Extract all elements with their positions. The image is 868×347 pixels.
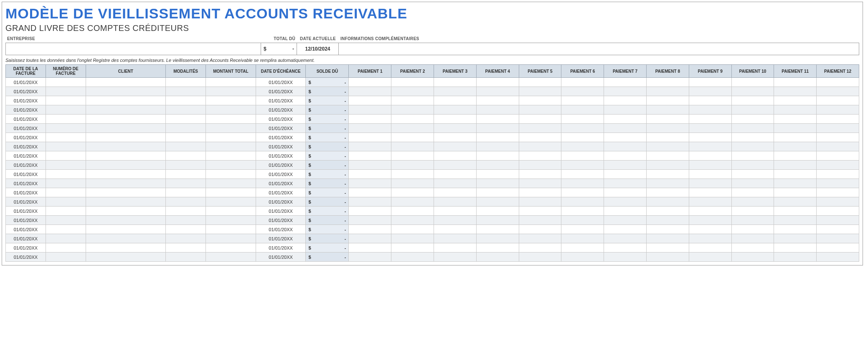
cell-client[interactable] [86, 253, 166, 262]
cell-paiement-7[interactable] [604, 197, 647, 207]
informations-input[interactable] [339, 43, 859, 55]
cell-paiement-11[interactable] [774, 207, 817, 216]
cell-paiement-9[interactable] [689, 105, 731, 115]
cell-client[interactable] [86, 142, 166, 151]
cell-paiement-12[interactable] [817, 243, 859, 253]
cell-modalites[interactable] [166, 179, 206, 188]
cell-paiement-9[interactable] [689, 96, 731, 105]
cell-paiement-4[interactable] [476, 151, 519, 161]
cell-paiement-10[interactable] [731, 216, 774, 225]
cell-modalites[interactable] [166, 115, 206, 124]
cell-montant-total[interactable] [206, 133, 256, 142]
cell-paiement-7[interactable] [604, 133, 647, 142]
cell-paiement-9[interactable] [689, 253, 731, 262]
cell-paiement-4[interactable] [476, 133, 519, 142]
cell-paiement-8[interactable] [646, 253, 689, 262]
cell-paiement-2[interactable] [391, 161, 434, 170]
cell-montant-total[interactable] [206, 115, 256, 124]
cell-paiement-3[interactable] [434, 142, 477, 151]
cell-paiement-3[interactable] [434, 78, 477, 87]
cell-numero-facture[interactable] [46, 234, 86, 243]
cell-paiement-8[interactable] [646, 78, 689, 87]
cell-paiement-8[interactable] [646, 105, 689, 115]
cell-date-facture[interactable]: 01/01/20XX [6, 234, 46, 243]
cell-modalites[interactable] [166, 133, 206, 142]
cell-client[interactable] [86, 225, 166, 234]
cell-paiement-1[interactable] [349, 96, 391, 105]
cell-paiement-6[interactable] [561, 78, 604, 87]
cell-paiement-5[interactable] [519, 133, 561, 142]
cell-paiement-10[interactable] [731, 124, 774, 133]
cell-paiement-2[interactable] [391, 207, 434, 216]
cell-date-facture[interactable]: 01/01/20XX [6, 87, 46, 96]
cell-date-echeance[interactable]: 01/01/20XX [256, 179, 306, 188]
cell-paiement-7[interactable] [604, 105, 647, 115]
cell-paiement-9[interactable] [689, 78, 731, 87]
cell-paiement-3[interactable] [434, 161, 477, 170]
cell-paiement-11[interactable] [774, 234, 817, 243]
cell-date-echeance[interactable]: 01/01/20XX [256, 253, 306, 262]
cell-numero-facture[interactable] [46, 105, 86, 115]
cell-date-echeance[interactable]: 01/01/20XX [256, 207, 306, 216]
cell-paiement-11[interactable] [774, 243, 817, 253]
cell-paiement-12[interactable] [817, 115, 859, 124]
cell-paiement-3[interactable] [434, 253, 477, 262]
cell-paiement-12[interactable] [817, 216, 859, 225]
cell-paiement-12[interactable] [817, 78, 859, 87]
cell-paiement-1[interactable] [349, 207, 391, 216]
cell-paiement-3[interactable] [434, 188, 477, 197]
cell-paiement-10[interactable] [731, 87, 774, 96]
cell-paiement-10[interactable] [731, 105, 774, 115]
cell-montant-total[interactable] [206, 243, 256, 253]
cell-paiement-8[interactable] [646, 170, 689, 179]
cell-paiement-10[interactable] [731, 234, 774, 243]
cell-paiement-10[interactable] [731, 151, 774, 161]
cell-paiement-6[interactable] [561, 115, 604, 124]
cell-paiement-8[interactable] [646, 225, 689, 234]
cell-paiement-6[interactable] [561, 188, 604, 197]
cell-date-facture[interactable]: 01/01/20XX [6, 115, 46, 124]
cell-paiement-7[interactable] [604, 96, 647, 105]
cell-montant-total[interactable] [206, 142, 256, 151]
cell-client[interactable] [86, 133, 166, 142]
cell-paiement-2[interactable] [391, 253, 434, 262]
cell-montant-total[interactable] [206, 179, 256, 188]
cell-paiement-12[interactable] [817, 207, 859, 216]
cell-paiement-7[interactable] [604, 243, 647, 253]
cell-paiement-8[interactable] [646, 115, 689, 124]
cell-paiement-4[interactable] [476, 170, 519, 179]
cell-paiement-11[interactable] [774, 161, 817, 170]
cell-paiement-11[interactable] [774, 142, 817, 151]
cell-numero-facture[interactable] [46, 87, 86, 96]
cell-modalites[interactable] [166, 216, 206, 225]
cell-client[interactable] [86, 188, 166, 197]
cell-montant-total[interactable] [206, 207, 256, 216]
cell-montant-total[interactable] [206, 188, 256, 197]
cell-paiement-12[interactable] [817, 253, 859, 262]
cell-client[interactable] [86, 161, 166, 170]
cell-modalites[interactable] [166, 161, 206, 170]
cell-paiement-10[interactable] [731, 225, 774, 234]
cell-paiement-5[interactable] [519, 151, 561, 161]
cell-paiement-5[interactable] [519, 197, 561, 207]
cell-paiement-12[interactable] [817, 234, 859, 243]
cell-montant-total[interactable] [206, 225, 256, 234]
cell-paiement-9[interactable] [689, 243, 731, 253]
cell-paiement-12[interactable] [817, 170, 859, 179]
cell-paiement-2[interactable] [391, 151, 434, 161]
cell-paiement-3[interactable] [434, 234, 477, 243]
cell-paiement-1[interactable] [349, 216, 391, 225]
cell-date-facture[interactable]: 01/01/20XX [6, 253, 46, 262]
cell-paiement-2[interactable] [391, 234, 434, 243]
cell-montant-total[interactable] [206, 78, 256, 87]
cell-numero-facture[interactable] [46, 151, 86, 161]
cell-modalites[interactable] [166, 170, 206, 179]
cell-client[interactable] [86, 151, 166, 161]
cell-date-facture[interactable]: 01/01/20XX [6, 216, 46, 225]
cell-modalites[interactable] [166, 197, 206, 207]
cell-paiement-5[interactable] [519, 124, 561, 133]
cell-montant-total[interactable] [206, 234, 256, 243]
cell-paiement-12[interactable] [817, 225, 859, 234]
cell-paiement-3[interactable] [434, 115, 477, 124]
cell-paiement-11[interactable] [774, 87, 817, 96]
